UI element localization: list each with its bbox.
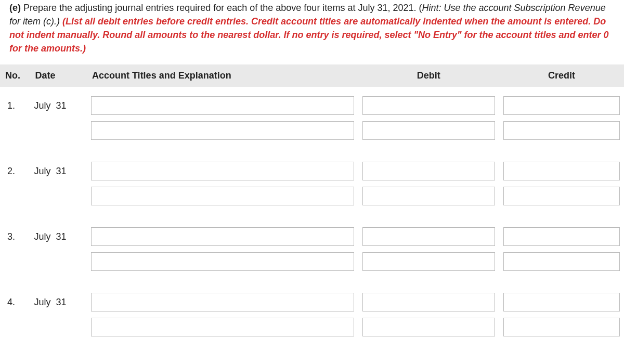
debit-input[interactable] — [362, 252, 495, 271]
date-month: July — [34, 100, 50, 111]
account-title-input[interactable] — [91, 187, 354, 205]
date-month: July — [34, 166, 50, 176]
instruction-red: (List all debit entries before credit en… — [9, 16, 609, 54]
account-title-input[interactable] — [91, 293, 354, 311]
date-day: 31 — [56, 166, 66, 176]
credit-input[interactable] — [503, 293, 620, 311]
credit-input[interactable] — [503, 187, 620, 205]
hint-label: Hint: — [422, 3, 441, 13]
credit-input[interactable] — [503, 252, 620, 271]
header-no: No. — [0, 64, 30, 87]
entry-date: July31 — [30, 283, 87, 315]
entry-no: 3. — [0, 218, 30, 249]
credit-input[interactable] — [503, 162, 620, 180]
table-row — [0, 249, 624, 283]
instruction-main: Prepare the adjusting journal entries re… — [23, 3, 422, 13]
table-row: 2. July31 — [0, 152, 624, 184]
entry-date: July31 — [30, 87, 87, 118]
account-title-input[interactable] — [91, 162, 354, 180]
entry-date: July31 — [30, 218, 87, 249]
account-title-input[interactable] — [91, 96, 354, 115]
table-row — [0, 315, 624, 340]
entry-no: 1. — [0, 87, 30, 118]
question-instructions: (e) Prepare the adjusting journal entrie… — [0, 0, 624, 64]
header-account: Account Titles and Explanation — [87, 64, 358, 87]
table-header-row: No. Date Account Titles and Explanation … — [0, 64, 624, 87]
entry-no: 4. — [0, 283, 30, 315]
debit-input[interactable] — [362, 318, 495, 336]
date-day: 31 — [56, 100, 66, 111]
account-title-input[interactable] — [91, 252, 354, 271]
debit-input[interactable] — [362, 187, 495, 205]
date-month: July — [34, 231, 50, 242]
credit-input[interactable] — [503, 121, 620, 140]
account-title-input[interactable] — [91, 227, 354, 246]
header-debit: Debit — [358, 64, 499, 87]
debit-input[interactable] — [362, 162, 495, 180]
debit-input[interactable] — [362, 96, 495, 115]
table-row — [0, 184, 624, 218]
date-month: July — [34, 297, 50, 307]
entry-date: July31 — [30, 152, 87, 184]
header-credit: Credit — [499, 64, 624, 87]
table-row — [0, 118, 624, 152]
debit-input[interactable] — [362, 293, 495, 311]
journal-entry-table: No. Date Account Titles and Explanation … — [0, 64, 624, 340]
date-day: 31 — [56, 231, 66, 242]
account-title-input[interactable] — [91, 318, 354, 336]
credit-input[interactable] — [503, 96, 620, 115]
table-row: 4. July31 — [0, 283, 624, 315]
header-date: Date — [30, 64, 87, 87]
part-label: (e) — [9, 3, 21, 13]
debit-input[interactable] — [362, 121, 495, 140]
table-row: 3. July31 — [0, 218, 624, 249]
table-row: 1. July31 — [0, 87, 624, 118]
credit-input[interactable] — [503, 227, 620, 246]
entry-no: 2. — [0, 152, 30, 184]
debit-input[interactable] — [362, 227, 495, 246]
account-title-input[interactable] — [91, 121, 354, 140]
credit-input[interactable] — [503, 318, 620, 336]
date-day: 31 — [56, 297, 66, 307]
